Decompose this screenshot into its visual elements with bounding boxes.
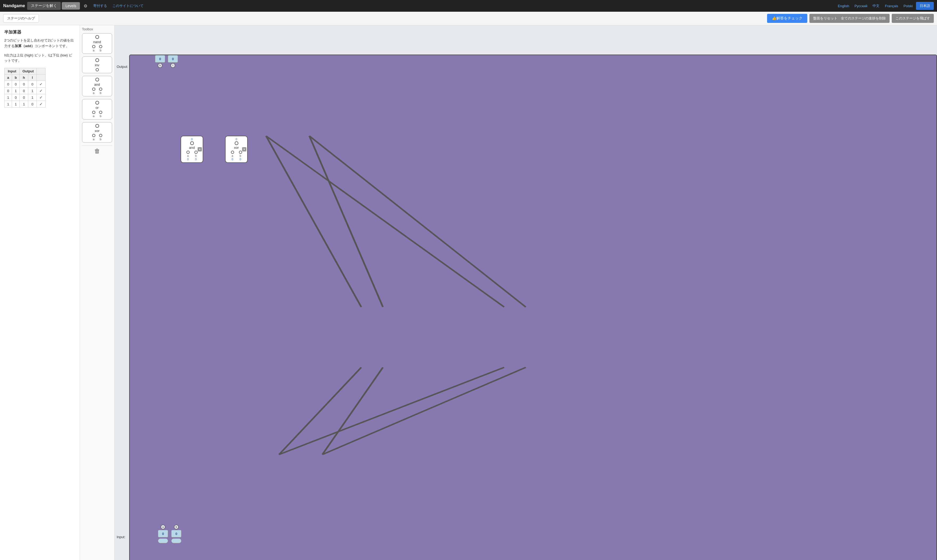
gate-input-b: b [99, 88, 102, 94]
canvas-gate-xor[interactable]: 0 xor a 0 b 0 ▼ [225, 136, 248, 163]
stage-description: 2つのビットを足し合わせて2ビットの値を出力する加算（add）コンポーネントです… [4, 38, 76, 49]
col-l: l [28, 74, 37, 81]
col-h: h [20, 74, 28, 81]
gate-input-a: a [92, 88, 96, 94]
trash-area: 🗑 [82, 145, 112, 157]
gate-output-circle [96, 58, 99, 62]
lang-zh[interactable]: 中文 [871, 2, 882, 9]
input-circle [99, 88, 102, 91]
xor-gate-inputs: a 0 b 0 [231, 151, 242, 161]
input-circle [92, 88, 96, 91]
input-a-value: 0 [158, 530, 168, 537]
skip-button[interactable]: このステージを飛ばす [892, 14, 934, 23]
gate-inputs: a b [92, 88, 102, 94]
and-a-val: 0 [187, 158, 189, 161]
and-b-val: 0 [195, 158, 197, 161]
output-h-value: 0 [155, 55, 165, 63]
xor-gate-collapse[interactable]: ▼ [242, 147, 247, 151]
col-b: b [12, 74, 20, 81]
lang-ru[interactable]: Русский [852, 3, 869, 9]
input-b-display: b 0 [171, 525, 181, 543]
tab-solve[interactable]: ステージを解く [27, 2, 61, 10]
xor-gate-label: xor [234, 146, 239, 149]
tab-levels[interactable]: Levels [62, 2, 80, 9]
secondary-toolbar: ステージのヘルプ 👍解答をチェック 盤面をリセット 全てのステージの進捗を削除 … [0, 12, 937, 25]
table-row: 00 00 ✓ [5, 81, 46, 88]
xor-input-b: b 0 [239, 151, 242, 161]
gate-input-b: b [99, 134, 102, 141]
input-a-toggle[interactable] [158, 538, 168, 543]
and-output-val: 0 [191, 138, 193, 141]
table-header-input: Input [5, 68, 20, 74]
trash-icon[interactable]: 🗑 [94, 148, 100, 154]
xor-b-circle [239, 151, 242, 154]
lang-en[interactable]: English [836, 3, 852, 9]
input-circle [92, 45, 96, 48]
circuit-canvas[interactable]: Output: Input: 0 h [114, 25, 937, 560]
toolbox-gate-nand[interactable]: nand a b [82, 33, 112, 54]
input-a-connector: a [160, 525, 165, 529]
input-a-display: a 0 [158, 525, 168, 543]
and-input-b: b 0 [194, 151, 197, 161]
xor-a-circle [231, 151, 234, 154]
table-row: 11 10 ✓ [5, 101, 46, 108]
gate-label: inv [95, 63, 99, 67]
input-circle [92, 111, 96, 114]
gate-inputs: a b [92, 111, 102, 118]
xor-b-val: 0 [240, 158, 241, 161]
gate-input-a: a [92, 111, 96, 118]
lang-fr[interactable]: Français [883, 3, 900, 9]
reset-button[interactable]: 盤面をリセット 全てのステージの進捗を削除 [809, 14, 889, 23]
toolbox-gate-and[interactable]: and a b [82, 76, 112, 96]
canvas-gate-and[interactable]: 0 and a 0 b 0 ▼ [180, 136, 203, 163]
col-status [37, 74, 45, 81]
toolbox-title: Toolbox [82, 28, 112, 31]
col-a: a [5, 74, 12, 81]
check-button[interactable]: 👍解答をチェック [767, 14, 807, 23]
gate-output-circle [96, 78, 99, 82]
input-b-toggle[interactable] [171, 538, 181, 543]
gate-inputs: a b [92, 45, 102, 52]
toolbox-gate-inv[interactable]: inv [82, 57, 112, 73]
gate-output-circle [96, 101, 99, 105]
xor-output-circle [235, 142, 238, 145]
canvas-background [129, 55, 937, 560]
gate-inputs: a b [92, 134, 102, 141]
toolbox-gate-xor[interactable]: xor a b [82, 122, 112, 143]
and-b-circle [194, 151, 197, 154]
gate-input-b: b [99, 45, 102, 52]
lang-pl[interactable]: Polski [901, 3, 915, 9]
stage-note: h出力は上位 (high) ビット、lは下位 (low) ビットです。 [4, 53, 76, 64]
gate-input-b: b [99, 111, 102, 118]
lang-ja[interactable]: 日本語 [916, 2, 934, 10]
stage-title: 半加算器 [4, 29, 76, 35]
gate-input-a: a [92, 134, 96, 141]
input-circle [99, 45, 102, 48]
output-h-display: 0 h [155, 55, 165, 68]
table-header-check [37, 68, 45, 74]
input-circle [96, 68, 99, 71]
nav-donate[interactable]: 寄付する [91, 2, 109, 9]
input-b-value: 0 [171, 530, 181, 537]
nav-about[interactable]: このサイトについて [110, 2, 146, 9]
gate-label: or [96, 106, 99, 110]
truth-table: Input Output a b h l 00 00 ✓ [4, 68, 46, 108]
toolbox-gate-or[interactable]: or a b [82, 99, 112, 120]
gate-input-single [96, 68, 99, 71]
input-circle [99, 134, 102, 137]
and-output-circle [190, 142, 194, 145]
input-circle [92, 134, 96, 137]
input-circle [99, 111, 102, 114]
table-header-output: Output [20, 68, 37, 74]
and-gate-collapse[interactable]: ▼ [197, 147, 202, 151]
and-gate-inputs: a 0 b 0 [186, 151, 197, 161]
help-button[interactable]: ステージのヘルプ [3, 14, 39, 23]
table-row: 01 01 ✓ [5, 88, 46, 94]
and-gate-label: and [189, 146, 195, 149]
main-layout: 半加算器 2つのビットを足し合わせて2ビットの値を出力する加算（add）コンポー… [0, 25, 937, 560]
xor-a-val: 0 [232, 158, 233, 161]
gate-label: nand [93, 40, 101, 44]
settings-icon[interactable]: ⚙ [81, 2, 90, 10]
output-l-connector: l [171, 63, 175, 68]
input-label: Input: [117, 535, 125, 539]
